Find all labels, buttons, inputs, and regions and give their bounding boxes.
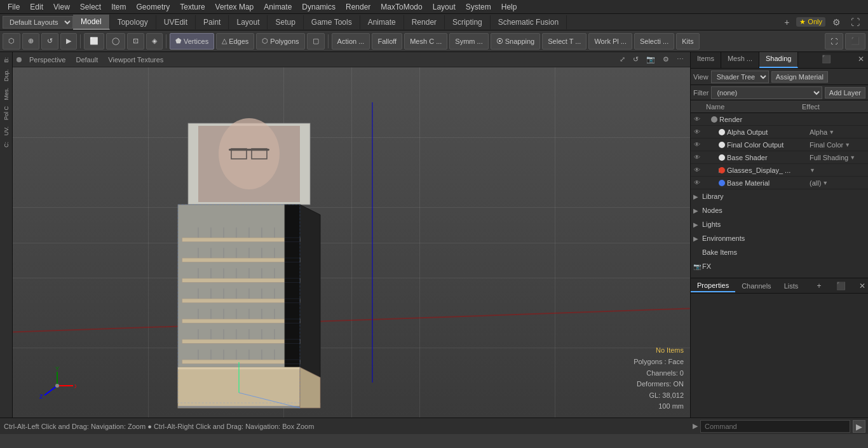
- add-layout-icon[interactable]: +: [781, 16, 792, 29]
- view-select[interactable]: Shader Tree: [711, 71, 769, 83]
- library-expand[interactable]: ▶: [693, 193, 702, 200]
- command-input[interactable]: [700, 420, 850, 433]
- menu-dynamics[interactable]: Dynamics: [297, 1, 341, 13]
- menu-layout[interactable]: Layout: [428, 1, 461, 13]
- fullscreen-btn[interactable]: ⛶: [825, 33, 843, 50]
- edges-btn[interactable]: △ Edges: [216, 33, 254, 50]
- viewport-canvas[interactable]: X Y Z No Items Polygons : Face Channels:…: [13, 67, 690, 417]
- prop-tab-lists[interactable]: Lists: [778, 280, 805, 292]
- textures-label[interactable]: Viewport Textures: [105, 55, 166, 65]
- menu-select[interactable]: Select: [75, 1, 106, 13]
- diamond-btn[interactable]: ◈: [146, 33, 163, 50]
- menu-render[interactable]: Render: [341, 1, 376, 13]
- prop-tab-channels[interactable]: Channels: [735, 280, 777, 292]
- add-layer-btn[interactable]: Add Layer: [825, 87, 865, 98]
- vp-frame-icon[interactable]: ⤢: [617, 54, 628, 65]
- circle-select-btn[interactable]: ◯: [106, 33, 125, 50]
- shader-item-base-shader[interactable]: 👁 Base Shader Full Shading ▼: [691, 151, 868, 164]
- maximize-btn[interactable]: ⬛: [845, 33, 865, 50]
- tab-topology[interactable]: Topology: [110, 15, 156, 29]
- menu-help[interactable]: Help: [496, 1, 522, 13]
- vp-cam-icon[interactable]: 📷: [644, 54, 658, 65]
- menu-maxtomodo[interactable]: MaxToModo: [376, 1, 427, 13]
- tab-mesh[interactable]: Mesh ...: [721, 52, 759, 68]
- prop-expand-icon[interactable]: ⬛: [834, 280, 848, 292]
- lights-expand[interactable]: ▶: [693, 221, 702, 228]
- falloff-btn[interactable]: Falloff: [372, 33, 402, 50]
- sidebar-item-mesh[interactable]: Mes.: [2, 85, 11, 103]
- glasses-dropdown[interactable]: ▼: [810, 167, 815, 173]
- square-mode-btn[interactable]: ▢: [307, 33, 325, 50]
- section-library[interactable]: ▶ Library: [691, 189, 868, 203]
- layout-dropdown[interactable]: Default Layouts: [3, 16, 73, 29]
- action-btn[interactable]: Action ...: [332, 33, 370, 50]
- vp-settings-icon[interactable]: ⚙: [660, 54, 672, 65]
- snapping-btn[interactable]: ⦿ Snapping: [491, 33, 541, 50]
- sidebar-item-poly[interactable]: Pol C: [2, 104, 11, 123]
- filter-select[interactable]: (none): [711, 86, 822, 99]
- select-tool-btn[interactable]: Select T ...: [542, 33, 587, 50]
- menu-item[interactable]: Item: [106, 1, 131, 13]
- section-environments[interactable]: ▶ Environments: [691, 231, 868, 245]
- prop-close-icon[interactable]: ✕: [857, 280, 868, 292]
- rp-expand-icon[interactable]: ⬛: [818, 52, 835, 68]
- menu-animate[interactable]: Animate: [259, 1, 297, 13]
- expand-glasses[interactable]: ▶: [702, 166, 719, 173]
- vis-toggle-render[interactable]: 👁: [692, 114, 702, 125]
- base-material-dropdown[interactable]: ▼: [822, 180, 828, 186]
- polygons-btn[interactable]: ⬡ Polygons: [256, 33, 304, 50]
- vp-reset-icon[interactable]: ↺: [630, 54, 641, 65]
- command-run-btn[interactable]: ▶: [853, 420, 865, 433]
- sidebar-item-uv[interactable]: UV.: [2, 124, 11, 138]
- vis-toggle-base-shader[interactable]: 👁: [692, 153, 702, 163]
- vis-toggle-glasses[interactable]: 👁: [692, 165, 702, 175]
- selection-btn[interactable]: Selecti ...: [634, 33, 674, 50]
- sidebar-item-b[interactable]: B:: [2, 55, 11, 65]
- alpha-dropdown[interactable]: ▼: [829, 129, 834, 135]
- viewport[interactable]: Perspective Default Viewport Textures ⤢ …: [13, 52, 690, 417]
- center-btn[interactable]: ⊕: [22, 33, 39, 50]
- menu-texture[interactable]: Texture: [175, 1, 210, 13]
- sidebar-item-dup[interactable]: Dup.: [2, 67, 11, 84]
- tab-model[interactable]: Model: [73, 15, 110, 30]
- section-bake-items[interactable]: Bake Items: [691, 245, 868, 259]
- snap-btn[interactable]: ⊡: [127, 33, 144, 50]
- shader-item-final-color[interactable]: 👁 Final Color Output Final Color ▼: [691, 139, 868, 151]
- tab-setup[interactable]: Setup: [268, 15, 303, 29]
- workplane-btn[interactable]: Work Pl ...: [588, 33, 632, 50]
- layout-maximize-icon[interactable]: ⛶: [848, 16, 863, 29]
- tab-render[interactable]: Render: [404, 15, 445, 29]
- tab-schematic-fusion[interactable]: Schematic Fusion: [491, 15, 567, 29]
- section-nodes[interactable]: ▶ Nodes: [691, 203, 868, 217]
- kits-btn[interactable]: Kits: [676, 33, 699, 50]
- symmetry-btn[interactable]: Symm ...: [449, 33, 488, 50]
- star-only-badge[interactable]: ★ Only: [796, 17, 825, 27]
- menu-system[interactable]: System: [461, 1, 496, 13]
- menu-view[interactable]: View: [48, 1, 75, 13]
- shader-item-render[interactable]: 👁 ▼ Render: [691, 113, 868, 126]
- tab-paint[interactable]: Paint: [196, 15, 229, 29]
- shader-item-alpha-output[interactable]: 👁 Alpha Output Alpha ▼: [691, 126, 868, 139]
- layout-settings-icon[interactable]: ⚙: [829, 16, 844, 29]
- shader-item-glasses[interactable]: 👁 ▶ Glasses_Display_ ... ▼: [691, 164, 868, 177]
- sidebar-item-c[interactable]: C:: [2, 139, 11, 150]
- menu-vertex-map[interactable]: Vertex Map: [210, 1, 259, 13]
- tab-layout[interactable]: Layout: [229, 15, 268, 29]
- section-fx[interactable]: 📷 FX: [691, 259, 868, 273]
- environments-expand[interactable]: ▶: [693, 235, 702, 242]
- vp-more-icon[interactable]: ⋯: [674, 54, 686, 65]
- section-lights[interactable]: ▶ Lights: [691, 217, 868, 231]
- box-select-btn[interactable]: ⬜: [84, 33, 104, 50]
- tab-scripting[interactable]: Scripting: [445, 15, 491, 29]
- transform-btn[interactable]: ⬡: [3, 33, 20, 50]
- vis-toggle-final-color[interactable]: 👁: [692, 140, 702, 150]
- tab-animate[interactable]: Animate: [360, 15, 404, 29]
- tab-uvedit[interactable]: UVEdit: [156, 15, 196, 29]
- mesh-btn[interactable]: Mesh C ...: [404, 33, 447, 50]
- tab-items[interactable]: Items: [691, 52, 721, 68]
- final-color-dropdown[interactable]: ▼: [844, 142, 850, 148]
- assign-material-btn[interactable]: Assign Material: [771, 71, 828, 83]
- nodes-expand[interactable]: ▶: [693, 207, 702, 214]
- base-shader-dropdown[interactable]: ▼: [850, 154, 855, 161]
- expand-render[interactable]: ▼: [702, 116, 711, 123]
